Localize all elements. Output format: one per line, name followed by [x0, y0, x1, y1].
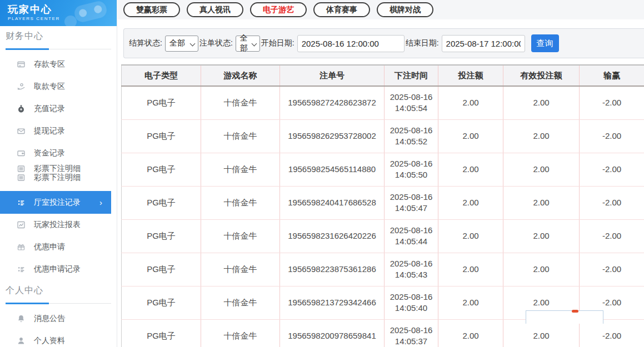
tab-lottery[interactable]: 雙赢彩票	[123, 2, 180, 17]
column-header: 有效投注额	[503, 65, 580, 86]
sidebar-item-withdraw[interactable]: 取款专区	[0, 76, 117, 98]
tab-electronic-games[interactable]: 电子游艺	[250, 2, 307, 17]
sidebar: 玩家中心 PLAYERS CENTER 财务中心 存款专区 取款专区 充值记录 …	[0, 0, 117, 347]
sidebar-item-label: 消息公告	[34, 314, 65, 324]
cell-bet-amount: 2.00	[438, 153, 503, 186]
sidebar-item-promo-apply-records[interactable]: 优惠申请记录	[0, 258, 117, 280]
sidebar-item-label: 玩家投注报表	[34, 220, 81, 230]
sidebar-item-label: 提现记录	[34, 126, 65, 136]
sidebar-item-label: 取款专区	[34, 82, 65, 92]
table-row: PG电子十倍金牛19565982316264202262025-08-1614:…	[122, 219, 644, 253]
cell-game: 十倍金牛	[201, 186, 280, 219]
sidebar-item-player-bet-report[interactable]: 玩家投注报表	[0, 214, 117, 236]
sidebar-item-label: 优惠申请	[34, 242, 65, 252]
cell-bet-amount: 2.00	[438, 186, 503, 219]
money-bag-icon	[17, 104, 26, 113]
cell-type: PG电子	[122, 319, 201, 347]
sidebar-item-lottery-bet-details-1[interactable]: 彩票下注明细	[0, 164, 117, 173]
start-date-input[interactable]	[297, 35, 405, 52]
cell-type: PG电子	[122, 186, 201, 219]
chevron-down-icon	[251, 41, 257, 46]
cell-type: PG电子	[122, 153, 201, 186]
finance-section-header: 财务中心	[0, 26, 117, 49]
search-button[interactable]: 查询	[531, 34, 559, 52]
order-status-select[interactable]: 全部	[236, 36, 260, 52]
tab-board-games[interactable]: 棋牌对战	[377, 2, 433, 17]
settle-status-select[interactable]: 全部	[165, 36, 198, 52]
cell-bet-amount: 2.00	[438, 253, 503, 286]
end-date-input[interactable]	[442, 35, 525, 52]
cell-type: PG电子	[122, 86, 201, 119]
cell-win-loss: -2.00	[580, 219, 644, 253]
records-tbody: PG电子十倍金牛19565982724286238722025-08-1614:…	[122, 86, 644, 347]
order-status-value: 全部	[240, 33, 249, 53]
cell-bet-amount: 2.00	[438, 286, 503, 319]
finance-menu: 存款专区 取款专区 充值记录 提现记录 资金记录 彩票下注明细	[0, 49, 117, 280]
sidebar-item-withdraw-records[interactable]: 提现记录	[0, 120, 117, 142]
tab-sports[interactable]: 体育赛事	[313, 2, 370, 17]
sidebar-item-promo-apply[interactable]: 优惠申请	[0, 236, 117, 258]
list-icon	[17, 164, 26, 173]
settle-status-label: 结算状态:	[129, 38, 162, 48]
cell-win-loss: -2.00	[580, 186, 644, 219]
column-header: 电子类型	[122, 65, 201, 86]
section-underline	[6, 49, 111, 49]
table-row: PG电子十倍金牛19565982629537280022025-08-1614:…	[122, 119, 644, 153]
sidebar-item-fund-records[interactable]: 资金记录	[0, 142, 117, 164]
filter-bar: 结算状态: 全部 注单状态: 全部 开始日期: 结束日期: 查询	[123, 28, 644, 58]
column-header: 注单号	[280, 65, 385, 86]
cell-win-loss: -2.00	[580, 253, 644, 286]
tooltip-popup	[526, 310, 603, 324]
cell-bet-amount: 2.00	[438, 219, 503, 253]
sidebar-item-label: 厅室投注记录	[34, 198, 81, 208]
sidebar-item-label: 彩票下注明细	[34, 173, 81, 183]
cell-game: 十倍金牛	[201, 286, 280, 319]
cell-win-loss: -2.00	[580, 86, 644, 119]
cell-type: PG电子	[122, 119, 201, 153]
column-header: 游戏名称	[201, 65, 280, 86]
sidebar-item-label: 优惠申请记录	[34, 264, 81, 274]
tab-live-casino[interactable]: 真人视讯	[187, 2, 243, 17]
cell-bet-no: 1956598200978659841	[280, 319, 385, 347]
sidebar-item-deposit[interactable]: 存款专区	[0, 53, 117, 76]
cell-game: 十倍金牛	[201, 319, 280, 347]
column-header: 下注时间	[385, 65, 438, 86]
cell-game: 十倍金牛	[201, 219, 280, 253]
start-date-label: 开始日期:	[261, 38, 294, 48]
hand-coin-icon	[17, 82, 26, 91]
cell-bet-amount: 2.00	[438, 319, 503, 347]
column-header: 投注额	[438, 65, 503, 86]
cell-bet-no: 1956598231626420226	[280, 219, 385, 253]
sidebar-item-announcements[interactable]: 消息公告	[0, 308, 117, 330]
sidebar-item-recharge-records[interactable]: 充值记录	[0, 98, 117, 120]
table-row: PG电子十倍金牛19565982545651148802025-08-1614:…	[122, 153, 644, 186]
table-header-row: 电子类型游戏名称注单号下注时间投注额有效投注额输赢	[122, 65, 644, 86]
cell-game: 十倍金牛	[201, 86, 280, 119]
envelope-icon	[17, 127, 26, 135]
table-row: PG电子十倍金牛19565982238753612862025-08-1614:…	[122, 253, 644, 286]
cell-valid-amount: 2.00	[503, 86, 580, 119]
personal-section-title: 个人中心	[6, 285, 117, 296]
cell-valid-amount: 2.00	[503, 219, 580, 253]
game-category-tabbar: 雙赢彩票 真人视讯 电子游艺 体育赛事 棋牌对战	[118, 0, 644, 19]
cell-type: PG电子	[122, 219, 201, 253]
cell-win-loss: -2.00	[580, 119, 644, 153]
sidebar-item-hall-bet-records[interactable]: 厅室投注记录 ›	[0, 191, 111, 214]
order-status-label: 注单状态:	[199, 38, 233, 48]
cell-bet-no: 1956598254565114880	[280, 153, 385, 186]
cell-bet-no: 1956598240417686528	[280, 186, 385, 219]
sidebar-item-lottery-bet-details-2[interactable]: 彩票下注明细	[0, 173, 117, 182]
cell-bet-no: 1956598262953728002	[280, 119, 385, 153]
sidebar-item-profile[interactable]: 个人资料	[0, 330, 117, 347]
cell-game: 十倍金牛	[201, 119, 280, 153]
list-icon	[17, 173, 26, 182]
bank-card-icon	[17, 60, 26, 69]
cell-bet-time: 2025-08-1614:05:40	[385, 286, 438, 319]
table-row: PG电子十倍金牛19565982404176865282025-08-1614:…	[122, 186, 644, 219]
cell-valid-amount: 2.00	[503, 153, 580, 186]
finance-section-title: 财务中心	[6, 31, 117, 42]
gift-icon	[17, 243, 26, 252]
cell-bet-time: 2025-08-1614:05:37	[385, 319, 438, 347]
bet-records-table: 电子类型游戏名称注单号下注时间投注额有效投注额输赢 PG电子十倍金牛195659…	[121, 64, 644, 347]
cell-type: PG电子	[122, 286, 201, 319]
